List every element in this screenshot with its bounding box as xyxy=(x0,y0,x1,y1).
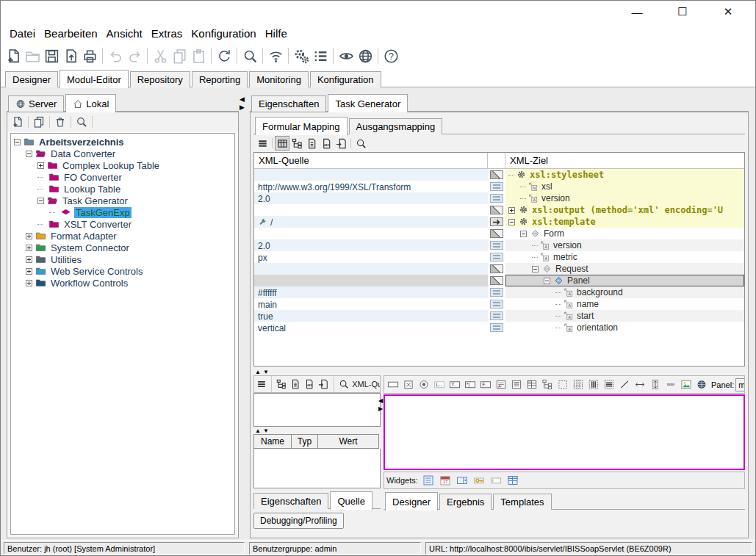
mapping-source-cell[interactable]: 2.0 xyxy=(254,239,488,251)
globe-icon[interactable] xyxy=(356,46,375,65)
menu-konfiguration[interactable]: Konfiguration xyxy=(187,25,260,42)
wifi-icon[interactable] xyxy=(266,46,285,65)
mapping-source-cell[interactable] xyxy=(254,169,488,181)
mapping-row[interactable]: mainAname xyxy=(254,298,744,310)
key-widget-icon[interactable] xyxy=(472,474,486,487)
mapping-row[interactable]: http://www.w3.org/1999/XSL/TransformNxsl xyxy=(254,181,744,192)
mapping-source-cell[interactable] xyxy=(254,204,488,216)
tab-designer[interactable]: Designer xyxy=(5,71,58,87)
print-icon[interactable] xyxy=(80,46,99,65)
line-widget-icon[interactable] xyxy=(616,378,632,392)
label-widget-icon[interactable]: L.. xyxy=(431,378,447,392)
mapping-source-cell[interactable]: vertical xyxy=(254,322,488,333)
combo-widget-icon[interactable] xyxy=(456,474,469,487)
textfield-widget-icon[interactable] xyxy=(489,474,503,487)
mapping-target-node[interactable]: Aversion xyxy=(505,192,744,204)
source-column-header[interactable]: XML-Quelle xyxy=(254,153,488,168)
menu-bearbeiten[interactable]: Bearbeiten xyxy=(40,25,102,42)
search-icon[interactable] xyxy=(240,46,259,65)
tree-expander-plus[interactable] xyxy=(26,268,32,275)
tab-server[interactable]: Server xyxy=(8,95,64,112)
mapping-empty-button[interactable] xyxy=(490,170,503,179)
mapping-constant-button[interactable] xyxy=(490,323,503,332)
password-widget-icon[interactable]: *| xyxy=(462,378,478,392)
attribute-table-body[interactable] xyxy=(253,449,381,488)
splitter-collapse-right-icon[interactable]: ▶ xyxy=(240,104,247,111)
mapping-target-node[interactable]: Aversion xyxy=(505,239,744,251)
mapping-target-node[interactable]: Panel xyxy=(505,275,744,286)
splitter-up-icon[interactable]: ▲ xyxy=(255,369,261,375)
tree-expander-minus[interactable] xyxy=(508,219,515,225)
table-cell-widget-icon[interactable] xyxy=(524,378,539,392)
columns-widget-icon[interactable] xyxy=(586,378,601,392)
tree-item-format-adapter[interactable]: Format Adapter xyxy=(11,230,234,242)
mapping-target-node[interactable]: Ametric xyxy=(505,251,744,263)
tab-templates[interactable]: Templates xyxy=(493,494,551,510)
designer-canvas[interactable] xyxy=(384,394,745,470)
minimize-button[interactable]: — xyxy=(614,1,660,22)
tab-designer[interactable]: Designer xyxy=(385,492,438,510)
mapping-constant-button[interactable] xyxy=(490,300,503,308)
mapping-row[interactable]: 2.0Aversion xyxy=(254,239,744,251)
rows-widget-icon[interactable] xyxy=(601,378,616,392)
mapping-source-cell[interactable]: / xyxy=(254,216,488,228)
mapping-target-node[interactable]: Astart xyxy=(505,310,744,322)
mapping-target-node[interactable]: xsl:template xyxy=(505,216,744,228)
mapping-constant-button[interactable] xyxy=(490,253,503,261)
tab-eigenschaften[interactable]: Eigenschaften xyxy=(253,493,328,509)
search-icon[interactable] xyxy=(353,136,368,151)
new-file-icon[interactable] xyxy=(4,46,23,65)
tab-konfiguration[interactable]: Konfiguration xyxy=(310,71,381,87)
tree-item-web-service-controls[interactable]: Web Service Controls xyxy=(11,265,234,277)
mapping-constant-button[interactable] xyxy=(490,288,503,297)
mapping-row[interactable]: Request xyxy=(254,263,744,275)
h-resize-widget-icon[interactable] xyxy=(632,378,647,392)
tab-task-generator[interactable]: Task Generator xyxy=(328,94,408,112)
copy-icon[interactable] xyxy=(31,114,47,130)
mapping-source-cell[interactable]: 2.0 xyxy=(254,192,488,204)
mapping-row[interactable]: trueAstart xyxy=(254,310,744,322)
mapping-target-node[interactable]: xsl:output (method='xml' encoding='U xyxy=(505,204,744,216)
tree-item-complex-lookup-table[interactable]: Complex Lookup Table xyxy=(11,159,234,171)
splitter-right-icon[interactable]: ▶ xyxy=(378,405,383,412)
splitter-up-icon[interactable]: ▲ xyxy=(255,427,261,434)
menu-ansicht[interactable]: Ansicht xyxy=(102,25,147,42)
mapping-source-cell[interactable]: true xyxy=(254,310,488,322)
formatted-widget-icon[interactable]: F.. xyxy=(478,378,493,392)
splitter-collapse-left-icon[interactable]: ◀ xyxy=(240,96,247,103)
mapping-target-node[interactable]: Abackground xyxy=(505,286,744,298)
textfield-widget-icon[interactable]: T.. xyxy=(447,378,462,392)
radio-button-icon[interactable] xyxy=(416,378,431,392)
textarea-widget-icon[interactable]: A xyxy=(493,378,508,392)
mapping-source-cell[interactable]: px xyxy=(254,251,488,263)
panel-rect-icon[interactable] xyxy=(385,378,400,392)
mapping-row[interactable]: Form xyxy=(254,228,744,239)
menu-datei[interactable]: Datei xyxy=(5,25,40,42)
delete-icon[interactable] xyxy=(52,114,68,130)
tab-reporting[interactable]: Reporting xyxy=(192,71,248,87)
mapping-splitter[interactable]: ▲▼ xyxy=(253,368,381,375)
search-icon[interactable] xyxy=(73,114,90,130)
mapping-row[interactable]: /xsl:template xyxy=(254,216,744,228)
mapping-target-node[interactable]: Request xyxy=(505,263,744,275)
table-icon[interactable] xyxy=(275,136,289,151)
tree-expander-plus[interactable] xyxy=(37,162,44,169)
attr-column-typ[interactable]: Typ xyxy=(292,434,318,449)
tree-expander-plus[interactable] xyxy=(26,233,32,239)
mapping-source-cell[interactable] xyxy=(254,275,488,286)
target-column-header[interactable]: XML-Ziel xyxy=(505,153,744,168)
source-splitter[interactable]: ▲▼ xyxy=(253,427,381,434)
mapping-empty-button[interactable] xyxy=(490,206,503,214)
tree-item-fo-converter[interactable]: FO Converter xyxy=(11,171,234,183)
mapping-target-node[interactable]: Nxsl xyxy=(505,181,744,192)
document-hex-icon[interactable]: HEX xyxy=(303,378,317,391)
mapping-row[interactable]: xsl:stylesheet xyxy=(254,169,744,181)
mapping-source-cell[interactable]: http://www.w3.org/1999/XSL/Transform xyxy=(254,181,488,192)
mapping-empty-button[interactable] xyxy=(490,276,503,285)
import-file-icon[interactable] xyxy=(61,46,80,65)
tree-icon[interactable] xyxy=(275,378,289,391)
mapping-constant-button[interactable] xyxy=(490,241,503,250)
document-icon[interactable] xyxy=(289,378,303,391)
lower-splitter[interactable]: ◀▶ xyxy=(378,397,383,412)
mapping-source-cell[interactable] xyxy=(254,228,488,239)
